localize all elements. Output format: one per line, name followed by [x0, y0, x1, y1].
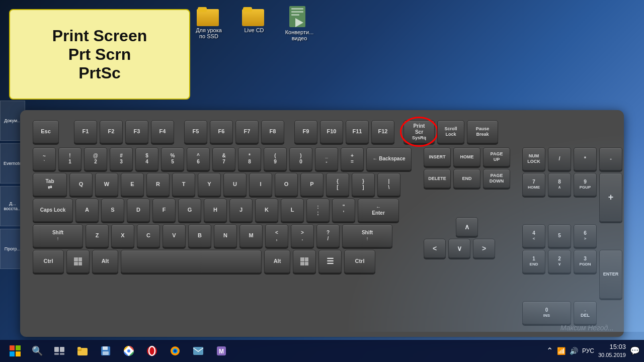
key-ctrl-l[interactable]: Ctrl [33, 250, 64, 273]
key-num2[interactable]: 2∨ [548, 250, 571, 273]
key-v[interactable]: V [163, 224, 186, 247]
key-f2[interactable]: F2 [100, 120, 123, 143]
key-ctrl-r[interactable]: Ctrl [344, 250, 375, 273]
key-t[interactable]: T [172, 173, 195, 196]
taskbar-icon-taskview[interactable] [48, 340, 70, 362]
key-f5[interactable]: F5 [184, 120, 207, 143]
key-8[interactable]: *8 [238, 147, 261, 170]
key-i[interactable]: I [249, 173, 272, 196]
taskbar-clock[interactable]: 15:03 30.05.2019 [598, 342, 626, 359]
key-plus[interactable]: += [341, 147, 364, 170]
key-pageup[interactable]: PAGEUP [483, 147, 510, 166]
key-shift-r[interactable]: Shift↑ [342, 224, 392, 247]
key-menu[interactable]: ☰ [318, 250, 342, 273]
key-w[interactable]: W [95, 173, 118, 196]
key-num7[interactable]: 7HOME [522, 173, 545, 196]
key-alt-r[interactable]: Alt [264, 250, 290, 273]
key-f3[interactable]: F3 [125, 120, 148, 143]
key-c[interactable]: C [137, 224, 160, 247]
key-backspace[interactable]: ← Backspace [366, 147, 412, 170]
key-x[interactable]: X [111, 224, 134, 247]
key-f10[interactable]: F10 [320, 120, 343, 143]
key-r[interactable]: R [146, 173, 170, 196]
key-num-minus[interactable]: - [599, 147, 622, 170]
key-up[interactable]: ∧ [456, 217, 478, 236]
key-pause[interactable]: Pause Break [467, 120, 498, 143]
taskbar-notification[interactable]: 💬 [630, 346, 640, 355]
key-1[interactable]: !1 [58, 147, 82, 170]
key-down[interactable]: ∨ [448, 239, 470, 258]
key-o[interactable]: O [275, 173, 298, 196]
key-u[interactable]: U [223, 173, 247, 196]
desktop-icon-livecd[interactable]: Live CD [236, 5, 272, 33]
key-rbracket[interactable]: }] [352, 173, 375, 196]
key-num9[interactable]: 9PGUP [574, 173, 597, 196]
key-e[interactable]: E [121, 173, 144, 196]
key-num5[interactable]: 5 [548, 224, 571, 247]
key-numdel[interactable]: .DEL [574, 301, 597, 324]
key-f12[interactable]: F12 [371, 120, 394, 143]
key-alt-l[interactable]: Alt [92, 250, 118, 273]
key-home[interactable]: HOME [453, 147, 480, 166]
key-f4[interactable]: F4 [151, 120, 174, 143]
key-y[interactable]: Y [198, 173, 221, 196]
key-n[interactable]: N [214, 224, 237, 247]
key-pagedown[interactable]: PAGEDOWN [483, 169, 510, 188]
key-9[interactable]: (9 [264, 147, 287, 170]
key-m[interactable]: M [239, 224, 263, 247]
key-backslash[interactable]: |\ [377, 173, 400, 196]
key-slash[interactable]: ?/ [316, 224, 340, 247]
taskbar-icon-mail[interactable] [187, 340, 209, 362]
taskbar-lang[interactable]: РУС [582, 347, 594, 354]
key-lbracket[interactable]: {[ [326, 173, 349, 196]
taskbar-icon-explorer[interactable] [71, 340, 94, 362]
key-f9[interactable]: F9 [294, 120, 317, 143]
key-caps[interactable]: Caps Lock [33, 199, 73, 222]
key-insert[interactable]: INSERT [424, 147, 451, 166]
key-delete[interactable]: DELETE [424, 169, 451, 188]
key-shift-l[interactable]: Shift↑ [33, 224, 83, 247]
key-semicolon[interactable]: :; [306, 199, 330, 222]
key-win-r[interactable] [293, 250, 316, 273]
taskbar-icon-chrome[interactable] [118, 340, 140, 362]
taskbar-icon-app[interactable]: M [210, 340, 232, 362]
key-5[interactable]: %5 [161, 147, 184, 170]
taskbar-icon-firefox[interactable] [164, 340, 186, 362]
key-num-enter[interactable]: ENTER [599, 250, 622, 299]
key-left[interactable]: < [424, 239, 446, 258]
key-num-div[interactable]: / [548, 147, 571, 170]
key-s[interactable]: S [101, 199, 124, 222]
key-tilde[interactable]: ~` [33, 147, 56, 170]
key-scroll[interactable]: Scroll Lock [437, 120, 464, 143]
key-period[interactable]: >. [291, 224, 314, 247]
key-num1[interactable]: 1END [522, 250, 545, 273]
key-a[interactable]: A [75, 199, 99, 222]
taskbar-search-button[interactable]: 🔍 [26, 340, 48, 362]
key-l[interactable]: L [281, 199, 304, 222]
key-space[interactable] [121, 250, 262, 273]
key-f7[interactable]: F7 [235, 120, 259, 143]
key-numlock[interactable]: NUMLOCK [522, 147, 545, 170]
key-f1[interactable]: F1 [74, 120, 97, 143]
key-d[interactable]: D [127, 199, 150, 222]
key-4[interactable]: $4 [135, 147, 158, 170]
key-f6[interactable]: F6 [210, 120, 233, 143]
key-num3[interactable]: 3PGDN [574, 250, 597, 273]
key-num0[interactable]: 0INS [522, 301, 571, 324]
key-enter[interactable]: ←Enter [358, 199, 399, 222]
key-esc[interactable]: Esc [33, 120, 59, 143]
key-k[interactable]: K [255, 199, 278, 222]
taskbar-icon-floppy[interactable] [95, 340, 117, 362]
key-f[interactable]: F [152, 199, 176, 222]
taskbar-icon-opera[interactable] [141, 340, 163, 362]
key-3[interactable]: #3 [110, 147, 133, 170]
desktop-icon-ssd[interactable]: Для урокапо SSD [191, 5, 226, 39]
key-num-mul[interactable]: * [574, 147, 597, 170]
key-num-plus[interactable]: + [599, 173, 622, 222]
key-right[interactable]: > [473, 239, 495, 258]
key-f8[interactable]: F8 [261, 120, 284, 143]
key-end[interactable]: END [453, 169, 480, 188]
key-q[interactable]: Q [69, 173, 93, 196]
key-minus[interactable]: _- [315, 147, 338, 170]
key-h[interactable]: H [204, 199, 227, 222]
